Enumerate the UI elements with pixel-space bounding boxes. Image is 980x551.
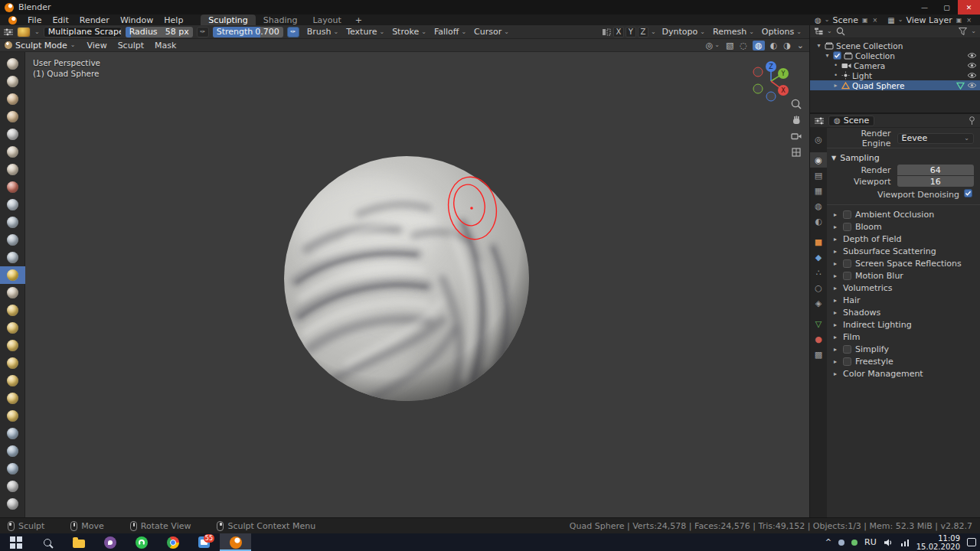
tool-rotate[interactable] <box>0 407 25 425</box>
panel-motion-blur[interactable]: ▸Motion Blur <box>831 269 974 282</box>
radius-pressure-toggle[interactable]: ✑ <box>197 27 209 37</box>
viewport-samples-field[interactable]: 16 <box>897 176 974 187</box>
tray-expand-icon[interactable]: ^ <box>825 538 831 546</box>
outliner-row-quad-sphere[interactable]: ▸Quad Sphere <box>810 80 980 90</box>
outliner-row-light[interactable]: •Light <box>810 70 980 80</box>
new-view-layer-button[interactable]: ▣ <box>956 17 963 24</box>
tool-multiplane-scrape[interactable] <box>0 266 25 284</box>
hide-in-viewport-eye-icon[interactable] <box>967 52 977 59</box>
panel-subsurface-scattering[interactable]: ▸Subsurface Scattering <box>831 245 974 257</box>
menu-edit[interactable]: Edit <box>47 15 74 25</box>
outliner-row-collection[interactable]: ▾Collection <box>810 51 980 60</box>
panel-volumetrics[interactable]: ▸Volumetrics <box>831 282 974 294</box>
sampling-panel-header[interactable]: ▼ Sampling <box>831 152 974 164</box>
hide-in-viewport-eye-icon[interactable] <box>967 62 977 69</box>
tool-layer[interactable] <box>0 126 25 143</box>
tool-draw[interactable] <box>0 55 25 73</box>
tool-pinch[interactable] <box>0 284 25 302</box>
outliner-editor-icon[interactable] <box>814 28 823 35</box>
tool-mask[interactable] <box>0 442 25 460</box>
properties-tab-render[interactable]: ◉ <box>810 152 827 168</box>
start-taskbar-button[interactable] <box>0 533 31 551</box>
render-samples-field[interactable]: 64 <box>897 165 974 175</box>
properties-tab-texture[interactable]: ▩ <box>810 347 827 362</box>
viewport-menu-sculpt[interactable]: Sculpt <box>113 41 149 51</box>
3d-viewport[interactable]: User Perspective (1) Quad Sphere Z Y X <box>0 52 809 517</box>
tool-clay[interactable] <box>0 90 25 108</box>
panel-checkbox[interactable] <box>843 357 851 366</box>
outliner-row-scene-collection[interactable]: ▾Scene Collection <box>810 41 980 51</box>
properties-tab-view-layer[interactable]: ▦ <box>810 183 827 198</box>
panel-film[interactable]: ▸Film <box>831 331 974 343</box>
tool-draw-sharp[interactable] <box>0 73 25 90</box>
mode-selector[interactable]: Sculpt Mode ⌄ <box>5 41 80 51</box>
menu-window[interactable]: Window <box>115 15 158 25</box>
search-taskbar-button[interactable] <box>31 533 63 551</box>
shading-material-icon[interactable]: ◐ <box>769 41 779 51</box>
properties-tab-modifiers[interactable]: ◆ <box>810 249 827 265</box>
properties-tab-constraints[interactable]: ◈ <box>810 295 827 311</box>
outliner-row-camera[interactable]: •Camera <box>810 60 980 70</box>
shading-solid-icon[interactable]: ◍ <box>753 41 765 51</box>
blender-taskbar-button[interactable] <box>220 533 251 551</box>
blender-menu-logo-icon[interactable] <box>3 15 22 25</box>
tool-box-mask[interactable] <box>0 460 25 478</box>
workspace-tab-sculpting[interactable]: Sculpting <box>201 15 255 25</box>
properties-tab-output[interactable]: ▤ <box>810 168 827 183</box>
properties-tab-object[interactable]: ■ <box>810 234 827 249</box>
tool-elastic-deform[interactable] <box>0 319 25 337</box>
view-layer-selector[interactable]: ▦ ⌄ View Layer ▣ × <box>887 15 972 25</box>
filter-funnel-icon[interactable] <box>959 28 967 35</box>
hide-in-viewport-eye-icon[interactable] <box>967 82 977 89</box>
tool-inflate[interactable] <box>0 143 25 161</box>
viber-taskbar-button[interactable] <box>94 533 126 551</box>
action-center-icon[interactable] <box>967 538 976 546</box>
outliner-search-icon[interactable] <box>836 27 845 36</box>
dropdown-texture[interactable]: Texture⌄ <box>342 27 388 37</box>
panel-depth-of-field[interactable]: ▸Depth of Field <box>831 233 974 245</box>
show-gizmo-icon[interactable]: ◎⌄ <box>705 41 720 51</box>
tool-pose[interactable] <box>0 372 25 390</box>
disclosure-icon[interactable]: ▸ <box>832 82 839 89</box>
tool-crease[interactable] <box>0 178 25 196</box>
workspace-tab-layout[interactable]: Layout <box>305 15 348 25</box>
camera-view-icon[interactable] <box>790 130 802 142</box>
zoom-icon[interactable] <box>790 98 802 110</box>
dropdown-cursor[interactable]: Cursor⌄ <box>470 27 513 37</box>
pin-icon[interactable] <box>969 116 975 126</box>
menu-help[interactable]: Help <box>158 15 188 25</box>
properties-tab-world[interactable]: ◐ <box>810 214 827 229</box>
explorer-taskbar-button[interactable] <box>63 533 94 551</box>
tool-smooth[interactable] <box>0 196 25 214</box>
minimize-button[interactable]: — <box>913 0 936 15</box>
collection-checkbox[interactable] <box>833 51 841 60</box>
tool-snake-hook[interactable] <box>0 337 25 354</box>
taskbar-clock[interactable]: 11:09 15.02.2020 <box>916 534 960 551</box>
dropdown-brush[interactable]: Brush⌄ <box>303 27 342 37</box>
network-icon[interactable] <box>900 539 910 546</box>
panel-bloom[interactable]: ▸Bloom <box>831 220 974 233</box>
tool-flatten[interactable] <box>0 214 25 231</box>
add-workspace-button[interactable]: + <box>349 15 368 25</box>
tool-nudge[interactable] <box>0 390 25 407</box>
strength-slider[interactable]: Strength 0.700 <box>213 27 283 37</box>
viewport-menu-view[interactable]: View <box>82 41 113 51</box>
tool-clay-strips[interactable] <box>0 108 25 126</box>
render-engine-dropdown[interactable]: Eevee ⌄ <box>897 133 974 144</box>
brush-name-field[interactable]: Multiplane Scrape <box>44 27 122 37</box>
new-scene-button[interactable]: ▣ <box>861 17 869 24</box>
tool-scrape[interactable] <box>0 249 25 266</box>
properties-tab-scene[interactable]: ◍ <box>810 198 827 214</box>
strength-pressure-toggle[interactable]: ✑ <box>287 27 299 37</box>
panel-simplify[interactable]: ▸Simplify <box>831 343 974 355</box>
wps-taskbar-button[interactable]: 55 <box>188 533 220 551</box>
tool-annotate[interactable] <box>0 478 25 495</box>
unlink-scene-button[interactable]: × <box>872 17 879 24</box>
mirror-y-toggle[interactable]: Y <box>626 27 636 37</box>
panel-hair[interactable]: ▸Hair <box>831 294 974 306</box>
workspace-tab-shading[interactable]: Shading <box>256 15 305 25</box>
dropdown-options[interactable]: Options⌄ <box>758 27 805 37</box>
disclosure-icon[interactable]: ▾ <box>824 52 831 59</box>
panel-screen-space-reflections[interactable]: ▸Screen Space Reflections <box>831 257 974 269</box>
tool-blob[interactable] <box>0 161 25 178</box>
